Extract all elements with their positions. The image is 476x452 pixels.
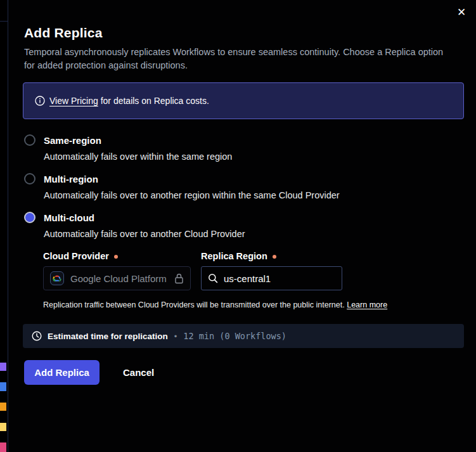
radio-multi-region[interactable] xyxy=(24,173,35,184)
option-description: Automatically fails over to another regi… xyxy=(44,190,340,200)
underlay-stripe xyxy=(0,382,6,391)
option-label[interactable]: Same-region xyxy=(44,135,101,146)
cloud-provider-label: Cloud Provider xyxy=(43,251,118,261)
underlay-stripe xyxy=(0,403,6,411)
estimate-label: Estimated time for replication xyxy=(48,332,168,341)
view-pricing-link[interactable]: View Pricing xyxy=(49,96,98,106)
radio-same-region[interactable] xyxy=(24,134,35,146)
gcp-logo-icon xyxy=(50,271,64,285)
required-dot xyxy=(114,255,118,259)
replica-region-input[interactable] xyxy=(224,273,319,284)
clock-icon xyxy=(32,331,42,341)
add-replica-modal: ✕ Add Replica Temporal asynchronously re… xyxy=(8,0,476,452)
modal-title: Add Replica xyxy=(24,25,103,41)
traffic-note-text: Replication traffic between Cloud Provid… xyxy=(43,300,347,309)
option-multi-cloud: Multi-cloud Automatically fails over to … xyxy=(24,212,245,239)
cloud-provider-field: Google Cloud Platform xyxy=(43,266,191,290)
estimate-separator: • xyxy=(174,332,177,341)
underlay-stripe xyxy=(0,363,6,371)
cancel-button[interactable]: Cancel xyxy=(117,360,160,385)
option-same-region: Same-region Automatically fails over wit… xyxy=(24,134,232,162)
underlay-header-divider xyxy=(0,21,8,22)
info-icon xyxy=(35,96,45,106)
option-label[interactable]: Multi-region xyxy=(44,174,98,184)
pricing-banner-suffix: for details on Replica costs. xyxy=(98,96,209,106)
radio-multi-cloud[interactable] xyxy=(24,212,35,223)
add-replica-button[interactable]: Add Replica xyxy=(24,360,100,385)
traffic-note: Replication traffic between Cloud Provid… xyxy=(43,300,387,309)
estimate-banner: Estimated time for replication • 12 min … xyxy=(23,324,464,348)
cloud-provider-value: Google Cloud Platform xyxy=(70,273,167,284)
underlay-stripe xyxy=(0,423,6,431)
estimate-value: 12 min (0 Workflows) xyxy=(183,331,286,341)
replica-region-field[interactable] xyxy=(201,266,342,290)
search-icon xyxy=(208,273,218,283)
option-multi-region: Multi-region Automatically fails over to… xyxy=(24,173,340,200)
replica-region-label-text: Replica Region xyxy=(201,251,267,261)
pricing-banner-text: View Pricing for details on Replica cost… xyxy=(49,96,209,106)
lock-icon xyxy=(174,273,184,284)
option-description: Automatically fails over to another Clou… xyxy=(44,229,245,239)
close-icon[interactable]: ✕ xyxy=(455,6,468,18)
underlay-stripe xyxy=(0,442,6,452)
replica-region-label: Replica Region xyxy=(201,251,276,261)
required-dot xyxy=(273,255,276,259)
pricing-info-banner: View Pricing for details on Replica cost… xyxy=(23,82,464,119)
learn-more-link[interactable]: Learn more xyxy=(347,300,387,309)
option-label[interactable]: Multi-cloud xyxy=(44,212,94,223)
modal-description: Temporal asynchronously replicates Workf… xyxy=(24,46,447,72)
option-description: Automatically fails over within the same… xyxy=(44,152,232,162)
cloud-provider-label-text: Cloud Provider xyxy=(43,251,109,261)
